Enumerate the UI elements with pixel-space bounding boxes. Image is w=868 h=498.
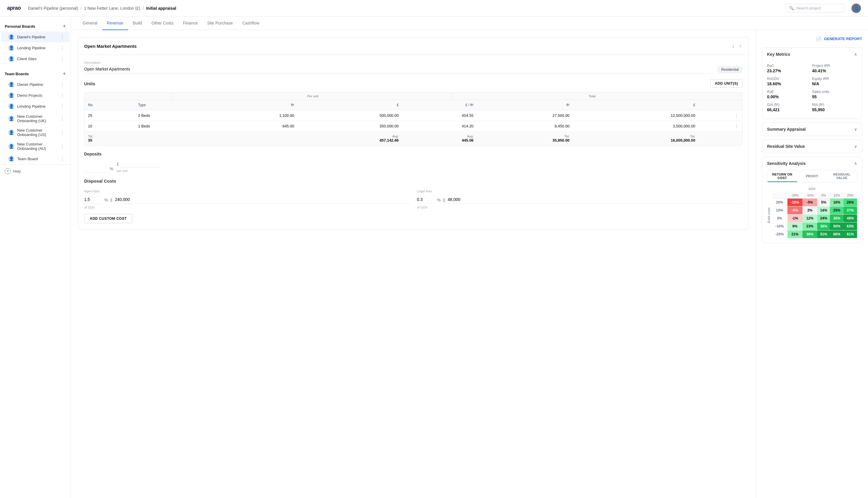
deposit-pct-row: % <box>84 165 113 173</box>
pound-symbol: £ <box>443 198 445 202</box>
units-table-wrapper: Per unit Total No. Type <box>84 92 742 146</box>
tab-build[interactable]: Build <box>128 16 147 30</box>
sidebar-item-team-board[interactable]: 👤 Team Board ⋮ <box>1 154 69 164</box>
card-body: Description Residential Units ADD UNIT(S… <box>78 55 749 229</box>
breadcrumb-sep2: / <box>143 6 144 11</box>
more-icon[interactable]: ⋮ <box>60 82 65 87</box>
deposit-amount-input[interactable] <box>121 160 162 168</box>
breadcrumb-pipeline[interactable]: Daniel's Pipeline (personal) <box>28 6 78 11</box>
tab-other-costs[interactable]: Other Costs <box>147 16 178 30</box>
row-menu-button[interactable]: ⋮ <box>699 110 742 121</box>
more-icon[interactable]: ⋮ <box>60 104 65 109</box>
more-icon[interactable]: ⋮ <box>60 34 65 40</box>
sidebar-item-new-customer-uk[interactable]: 👤 New Customer Onboarding (UK) ⋮ <box>1 112 69 126</box>
more-icon[interactable]: ⋮ <box>60 156 65 162</box>
open-market-card: Open Market Apartments ↓ ↑ Description <box>78 37 749 230</box>
tab-revenue[interactable]: Revenue <box>102 16 128 30</box>
sens-row-label: -20% <box>773 231 788 238</box>
metric-label: GIA (ft²) <box>767 103 812 107</box>
description-input[interactable] <box>84 65 713 74</box>
summary-appraisal-title: Summary Appraisal <box>767 127 806 132</box>
collapse-down-button[interactable]: ↓ <box>731 43 736 49</box>
total-group: Total <box>452 93 731 100</box>
sidebar-item-daniels-pipeline[interactable]: 👤 Daniel's Pipeline ⋮ <box>1 31 69 42</box>
pound-symbol: £ <box>110 198 113 202</box>
agent-fee-amount-input[interactable] <box>115 196 410 204</box>
metric-label: RoE <box>767 90 812 94</box>
fees-grid: Agent fees % £ of GDV <box>84 189 742 209</box>
sidebar-item-demo-projects[interactable]: 👤 Demo Projects ⋮ <box>1 90 69 101</box>
row-menu-button[interactable]: ⋮ <box>699 121 742 132</box>
sidebar-item-client-sites[interactable]: 👤 Client Sites ⋮ <box>1 53 69 64</box>
sens-tab-residual[interactable]: RESIDUAL VALUE <box>827 170 857 182</box>
sens-cell: 51% <box>817 231 830 238</box>
more-icon[interactable]: ⋮ <box>60 130 65 135</box>
tab-finance[interactable]: Finance <box>178 16 203 30</box>
sidebar-item-label: Daniel's Pipeline <box>17 35 57 39</box>
sens-cell: -1% <box>788 214 803 222</box>
residual-site-value-header[interactable]: Residual Site Value ∨ <box>762 140 862 153</box>
sidebar-item-new-customer-au[interactable]: 👤 New Customer Onboarding (AU) ⋮ <box>1 140 69 153</box>
unit-gbp: 350,000.00 <box>297 121 402 132</box>
disposal-title: Disposal Costs <box>84 179 742 184</box>
sens-row: -10% 9% 23% 36% 50% 63% <box>773 222 857 231</box>
summary-appraisal-header[interactable]: Summary Appraisal ∨ <box>762 123 862 136</box>
percent-symbol: % <box>110 166 113 171</box>
more-icon[interactable]: ⋮ <box>60 93 65 98</box>
sens-cell: 81% <box>843 231 857 238</box>
metric-label: Project IRR <box>812 64 857 68</box>
report-icon: 📄 <box>816 36 822 42</box>
sidebar-item-lending-pipeline[interactable]: 👤 Lending Pipeline ⋮ <box>1 42 69 53</box>
tab-cashflow[interactable]: Cashflow <box>238 16 264 30</box>
metric-value: 40.41% <box>812 68 857 73</box>
help-link[interactable]: ? Help <box>0 164 71 178</box>
unit-rate: 414.20 <box>402 121 477 132</box>
search-icon: 🔍 <box>789 6 794 10</box>
add-personal-board-button[interactable]: + <box>63 24 66 29</box>
more-icon[interactable]: ⋮ <box>60 56 65 62</box>
generate-report-button[interactable]: 📄 GENERATE REPORT <box>762 36 862 42</box>
team-boards-label: Team Boards <box>5 72 29 76</box>
metric-sales-units: Sales units 55 <box>812 88 857 101</box>
card-header: Open Market Apartments ↓ ↑ <box>78 38 749 55</box>
add-team-board-button[interactable]: + <box>63 71 66 76</box>
user-avatar[interactable]: 👤 <box>852 3 861 13</box>
sens-cell: 25% <box>830 207 843 214</box>
sidebar-item-lending-pipeline-team[interactable]: 👤 Lending Pipeline ⋮ <box>1 101 69 112</box>
tab-general[interactable]: General <box>78 16 102 30</box>
search-bar[interactable]: 🔍 Search project <box>785 4 844 12</box>
right-panel: 📄 GENERATE REPORT Key Metrics ∧ RoC 23.2… <box>756 30 868 498</box>
agent-fee-pct-input[interactable] <box>84 196 102 204</box>
chevron-up-icon: ∧ <box>854 161 857 166</box>
add-custom-cost-button[interactable]: ADD CUSTOM COST <box>84 214 132 223</box>
add-units-button[interactable]: ADD UNIT(S) <box>710 79 742 88</box>
legal-fee-pct-input[interactable] <box>417 196 435 204</box>
unit-rate: 454.55 <box>402 110 477 121</box>
breadcrumb-project[interactable]: 1 New Fetter Lane, London (£) <box>84 6 140 11</box>
description-label: Description <box>84 61 742 64</box>
sidebar-item-owner-pipeline[interactable]: 👤 Owner Pipeline ⋮ <box>1 79 69 90</box>
legal-fee-amount-input[interactable] <box>448 196 742 204</box>
more-icon[interactable]: ⋮ <box>60 45 65 51</box>
sidebar-item-new-customer-us[interactable]: 👤 New Customer Onboarding (US) ⋮ <box>1 126 69 139</box>
units-header: Units ADD UNIT(S) <box>84 79 742 88</box>
more-icon[interactable]: ⋮ <box>60 144 65 149</box>
card-header-actions: ↓ ↑ <box>731 43 742 49</box>
sidebar-item-label: Lending Pipeline <box>17 46 57 50</box>
chevron-up-icon: ∧ <box>854 52 857 57</box>
col-total-ft2: ft² <box>477 100 573 110</box>
sensitivity-header[interactable]: Sensitivity Analysis ∧ <box>762 157 862 170</box>
sens-tab-roc[interactable]: RETURN ON COST <box>767 170 797 182</box>
tab-site-purchase[interactable]: Site Purchase <box>203 16 238 30</box>
totals-type <box>135 132 210 146</box>
more-icon[interactable]: ⋮ <box>60 116 65 121</box>
deposit-percent-input[interactable] <box>84 165 108 173</box>
team-boards-header: Team Boards + <box>0 69 71 79</box>
sens-tab-profit[interactable]: PROFIT <box>797 170 827 182</box>
collapse-up-button[interactable]: ↑ <box>738 43 742 49</box>
sens-row: 0% -1% 12% 24% 36% 49% <box>773 214 857 222</box>
sens-cell: 49% <box>843 214 857 222</box>
help-label: Help <box>13 169 21 173</box>
key-metrics-header[interactable]: Key Metrics ∧ <box>762 48 862 61</box>
sidebar-item-label: Client Sites <box>17 57 57 61</box>
